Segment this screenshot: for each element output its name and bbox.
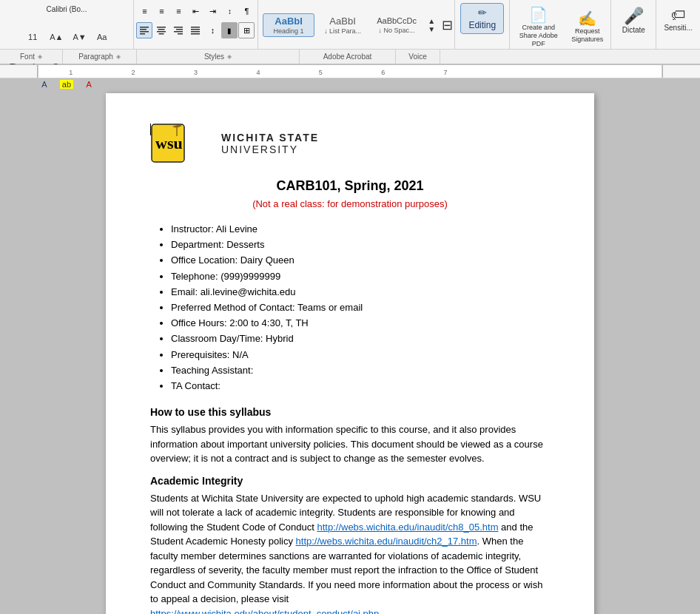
svg-rect-9 xyxy=(176,29,183,30)
numbered-list-btn[interactable]: ≡ xyxy=(153,3,169,19)
svg-text:4: 4 xyxy=(256,69,260,76)
svg-text:2: 2 xyxy=(132,69,135,76)
create-share-pdf-btn[interactable]: 📄 Create and Share Adobe PDF xyxy=(514,3,562,50)
svg-rect-7 xyxy=(159,33,164,35)
doc-title: CARB101, Spring, 2021 xyxy=(150,178,550,194)
borders-btn[interactable]: ⊞ xyxy=(238,22,255,38)
list-item-ta-contact: TA Contact: xyxy=(171,379,550,393)
style-heading1-preview: AaBbI xyxy=(275,16,303,27)
list-item-contact-method: Preferred Method of Contact: Teams or em… xyxy=(171,301,550,314)
editing-mode-label: Editing xyxy=(468,20,496,30)
dictate-label: Dictate xyxy=(622,26,645,34)
font-size-dropdown[interactable]: 11 xyxy=(21,27,44,47)
svg-text:wsu: wsu xyxy=(155,134,183,152)
style-listpara-preview: AaBbI xyxy=(329,16,355,27)
style-heading1-label: Heading 1 xyxy=(274,27,304,35)
increase-font-btn[interactable]: A▲ xyxy=(45,27,67,47)
list-item-prereqs: Prerequisites: N/A xyxy=(171,348,550,362)
multilevel-list-btn[interactable]: ≡ xyxy=(170,3,186,19)
section2-link1[interactable]: http://webs.wichita.edu/inaudit/ch8_05.h… xyxy=(317,522,498,533)
styles-more-btn[interactable]: ▲▼ xyxy=(425,15,438,36)
paragraph-section: ≡ ≡ ≡ ⇤ ⇥ ↕ ¶ xyxy=(134,0,258,49)
create-share-label: Create and Share Adobe PDF xyxy=(519,24,558,47)
voice-section-label: Voice xyxy=(396,50,440,64)
svg-text:3: 3 xyxy=(194,69,198,76)
svg-rect-8 xyxy=(174,27,183,28)
voice-section: 🎤 Dictate xyxy=(611,0,656,49)
university-line1: WICHITA STATE xyxy=(221,132,319,144)
svg-text:7: 7 xyxy=(444,69,448,76)
clear-format-btn[interactable]: Aa xyxy=(92,27,112,47)
decrease-font-btn[interactable]: A▼ xyxy=(68,27,90,47)
toolbar-top-row: Calibri (Bo... 11 A▲ A▼ Aa B I U S x₂ x²… xyxy=(0,0,700,49)
editing-icon: ✏ xyxy=(478,7,487,18)
para-expand-icon[interactable]: ◈ xyxy=(116,53,121,60)
list-item-department: Department: Desserts xyxy=(171,238,550,252)
svg-rect-1 xyxy=(140,29,147,30)
styles-expand-btn[interactable]: ⊟ xyxy=(440,15,454,36)
svg-rect-14 xyxy=(191,31,200,33)
align-center-btn[interactable] xyxy=(153,22,169,38)
request-sig-label: Request Signatures xyxy=(571,27,603,44)
section2-link3[interactable]: https://www.wichita.edu/about/student_co… xyxy=(150,608,379,614)
style-listpara-label: ↓ List Para... xyxy=(324,27,361,35)
adobe-section-label[interactable]: Adobe Acrobat xyxy=(300,50,396,64)
section1-heading: How to use this syllabus xyxy=(150,406,550,418)
svg-rect-10 xyxy=(174,31,183,33)
styles-section-label[interactable]: Styles ◈ xyxy=(137,50,300,64)
align-right-btn[interactable] xyxy=(170,22,186,38)
doc-subtitle: (Not a real class: for demonstration pur… xyxy=(150,198,550,209)
decrease-indent-btn[interactable]: ⇤ xyxy=(187,3,203,19)
svg-rect-0 xyxy=(140,27,149,28)
bullets-btn[interactable]: ≡ xyxy=(136,3,152,19)
show-hide-btn[interactable]: ¶ xyxy=(238,3,255,19)
sort-btn[interactable]: ↕ xyxy=(221,3,238,19)
align-left-btn[interactable] xyxy=(136,22,152,38)
section2-link2[interactable]: http://webs.wichita.edu/inaudit/ch2_17.h… xyxy=(296,536,477,547)
paragraph-section-label[interactable]: Paragraph ◈ xyxy=(63,50,137,64)
svg-rect-11 xyxy=(178,33,183,35)
ruler-scale: 1 2 3 4 5 6 7 xyxy=(37,65,663,78)
request-signatures-btn[interactable]: ✍ Request Signatures xyxy=(568,7,606,47)
increase-indent-btn[interactable]: ⇥ xyxy=(204,3,221,19)
svg-rect-2 xyxy=(140,31,149,33)
style-listpara[interactable]: AaBbI ↓ List Para... xyxy=(317,13,368,37)
editing-mode-btn[interactable]: ✏ Editing xyxy=(460,3,504,34)
font-section-label[interactable]: Font ◈ xyxy=(0,50,63,64)
sensitivity-btn[interactable]: 🏷 Sensiti... xyxy=(660,3,696,36)
section2-body: Students at Wichita State University are… xyxy=(150,491,550,614)
justify-btn[interactable] xyxy=(187,22,203,38)
svg-text:5: 5 xyxy=(319,69,323,76)
line-spacing-btn[interactable]: ↕ xyxy=(204,22,221,38)
list-item-office-hours: Office Hours: 2:00 to 4:30, T, TH xyxy=(171,317,550,330)
font-name-dropdown[interactable]: Calibri (Bo... xyxy=(4,3,129,24)
list-item-instructor: Instructor: Ali Levine xyxy=(171,223,550,236)
editing-section: ✏ Editing xyxy=(455,0,510,49)
horizontal-ruler: 1 2 3 4 5 6 7 xyxy=(0,65,700,78)
course-info-list: Instructor: Ali Levine Department: Desse… xyxy=(150,223,550,393)
list-item-email: Email: ali.levine@wichita.edu xyxy=(171,286,550,299)
styles-section: AaBbI Heading 1 AaBbI ↓ List Para... AaB… xyxy=(258,0,455,49)
font-expand-icon[interactable]: ◈ xyxy=(38,53,42,60)
svg-text:1: 1 xyxy=(69,69,73,76)
style-nospace[interactable]: AaBbCcDc ↓ No Spac... xyxy=(371,14,423,36)
ribbon-toolbar: Calibri (Bo... 11 A▲ A▼ Aa B I U S x₂ x²… xyxy=(0,0,700,65)
document-page: wsu WICHITA STATE UNIVERSITY CARB101, Sp… xyxy=(106,93,594,614)
svg-rect-13 xyxy=(191,29,200,30)
style-nospace-label: ↓ No Spac... xyxy=(379,27,415,34)
doc-header: wsu WICHITA STATE UNIVERSITY xyxy=(150,123,550,163)
styles-expand-icon[interactable]: ◈ xyxy=(227,53,232,60)
text-cursor xyxy=(150,124,151,135)
dictate-btn[interactable]: 🎤 Dictate xyxy=(616,3,652,38)
style-heading1[interactable]: AaBbI Heading 1 xyxy=(263,13,314,37)
shading-btn[interactable]: ▮ xyxy=(221,22,238,38)
wsu-logo: wsu xyxy=(150,123,206,163)
university-line2: UNIVERSITY xyxy=(221,144,319,155)
section1-body: This syllabus provides you with informat… xyxy=(150,422,550,466)
svg-rect-6 xyxy=(157,31,166,33)
svg-text:6: 6 xyxy=(381,69,385,76)
font-section: Calibri (Bo... 11 A▲ A▼ Aa B I U S x₂ x²… xyxy=(0,0,134,49)
style-nospace-preview: AaBbCcDc xyxy=(377,16,417,26)
toolbar-labels-row: Font ◈ Paragraph ◈ Styles ◈ Adobe Acroba… xyxy=(0,49,700,64)
sensitivity-section: 🏷 Sensiti... xyxy=(656,0,700,49)
